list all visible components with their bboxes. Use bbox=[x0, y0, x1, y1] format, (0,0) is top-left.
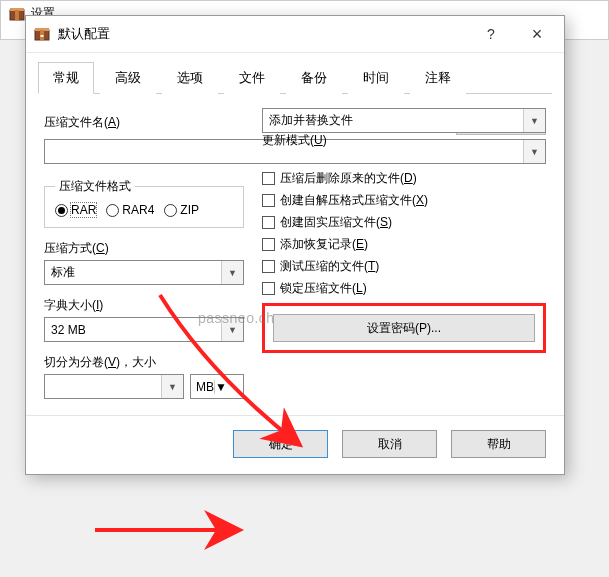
tab-general[interactable]: 常规 bbox=[38, 62, 94, 94]
tab-options[interactable]: 选项 bbox=[162, 62, 218, 94]
set-password-button[interactable]: 设置密码(P)... bbox=[273, 314, 535, 342]
update-value: 添加并替换文件 bbox=[269, 112, 353, 129]
tab-time[interactable]: 时间 bbox=[348, 62, 404, 94]
chevron-down-icon[interactable]: ▼ bbox=[161, 375, 183, 398]
cancel-button[interactable]: 取消 bbox=[342, 430, 437, 458]
chevron-down-icon[interactable]: ▼ bbox=[221, 261, 243, 284]
option-test[interactable]: 测试压缩的文件(T) bbox=[262, 258, 546, 275]
tab-comment[interactable]: 注释 bbox=[410, 62, 466, 94]
titlebar: 默认配置 ? × bbox=[26, 16, 564, 53]
tab-strip: 常规 高级 选项 文件 备份 时间 注释 bbox=[38, 61, 552, 94]
app-icon bbox=[9, 6, 25, 22]
radio-rar4[interactable]: RAR4 bbox=[106, 203, 154, 217]
password-highlight: 设置密码(P)... bbox=[262, 303, 546, 353]
option-lock[interactable]: 锁定压缩文件(L) bbox=[262, 280, 546, 297]
checkbox-icon bbox=[262, 238, 275, 251]
volume-label: 切分为分卷(V)，大小 bbox=[44, 354, 244, 371]
tab-files[interactable]: 文件 bbox=[224, 62, 280, 94]
checkbox-icon bbox=[262, 194, 275, 207]
option-recovery[interactable]: 添加恢复记录(E) bbox=[262, 236, 546, 253]
chevron-down-icon[interactable]: ▼ bbox=[221, 318, 243, 341]
checkbox-icon bbox=[262, 282, 275, 295]
checkbox-icon bbox=[262, 172, 275, 185]
chevron-down-icon[interactable]: ▼ bbox=[523, 109, 545, 132]
checkbox-icon bbox=[262, 260, 275, 273]
ok-button[interactable]: 确定 bbox=[233, 430, 328, 458]
dict-label: 字典大小(I) bbox=[44, 297, 244, 314]
tab-backup[interactable]: 备份 bbox=[286, 62, 342, 94]
format-legend: 压缩文件格式 bbox=[55, 178, 135, 195]
default-config-dialog: 默认配置 ? × 常规 高级 选项 文件 备份 时间 注释 压缩文件名(A) 浏… bbox=[25, 15, 565, 475]
update-combo[interactable]: 添加并替换文件 ▼ bbox=[262, 108, 546, 133]
radio-rar[interactable]: RAR bbox=[55, 203, 96, 217]
help-button-footer[interactable]: 帮助 bbox=[451, 430, 546, 458]
dict-value: 32 MB bbox=[51, 323, 86, 337]
archive-icon bbox=[34, 26, 50, 42]
option-delete-after[interactable]: 压缩后删除原来的文件(D) bbox=[262, 170, 546, 187]
method-combo[interactable]: 标准 ▼ bbox=[44, 260, 244, 285]
format-group: 压缩文件格式 RAR RAR4 bbox=[44, 178, 244, 228]
volume-unit-value: MB bbox=[196, 380, 214, 394]
update-label: 更新模式(U) bbox=[262, 132, 546, 149]
archive-name-label: 压缩文件名(A) bbox=[44, 114, 120, 131]
radio-zip[interactable]: ZIP bbox=[164, 203, 199, 217]
chevron-down-icon[interactable]: ▼ bbox=[214, 380, 227, 394]
svg-rect-2 bbox=[15, 10, 19, 20]
help-button[interactable]: ? bbox=[472, 22, 510, 46]
method-value: 标准 bbox=[51, 264, 75, 281]
tab-advanced[interactable]: 高级 bbox=[100, 62, 156, 94]
dict-combo[interactable]: 32 MB ▼ bbox=[44, 317, 244, 342]
annotation-arrow-ok bbox=[90, 510, 260, 550]
svg-rect-6 bbox=[41, 35, 44, 37]
option-solid[interactable]: 创建固实压缩文件(S) bbox=[262, 214, 546, 231]
dialog-footer: 确定 取消 帮助 bbox=[26, 415, 564, 474]
volume-unit-combo[interactable]: MB ▼ bbox=[190, 374, 244, 399]
option-sfx[interactable]: 创建自解压格式压缩文件(X) bbox=[262, 192, 546, 209]
close-button[interactable]: × bbox=[518, 22, 556, 46]
dialog-title: 默认配置 bbox=[58, 25, 464, 43]
checkbox-icon bbox=[262, 216, 275, 229]
method-label: 压缩方式(C) bbox=[44, 240, 244, 257]
volume-size-combo[interactable]: ▼ bbox=[44, 374, 184, 399]
